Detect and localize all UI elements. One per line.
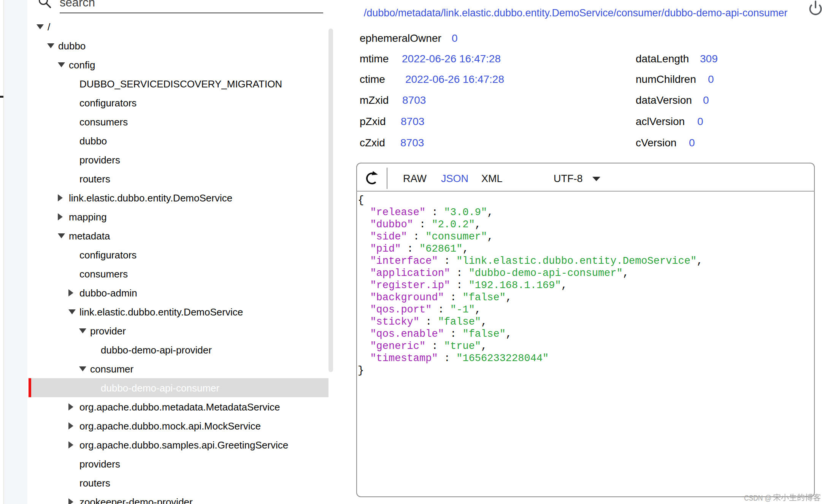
- tree-node-routers[interactable]: routers: [29, 473, 328, 492]
- tree-node-link.elastic.dubbo.entity.DemoService[interactable]: link.elastic.dubbo.entity.DemoService: [29, 302, 328, 321]
- stat-value-cVersion: 0: [689, 137, 695, 149]
- stat-label-numChildren: numChildren: [636, 73, 696, 86]
- tab-raw[interactable]: RAW: [403, 172, 427, 185]
- stat-value-mtime: 2022-06-26 16:47:28: [402, 53, 501, 65]
- search-underline: [60, 13, 323, 13]
- search-input[interactable]: [60, 0, 323, 12]
- arrow-collapsed-icon[interactable]: [58, 207, 69, 226]
- tree-node-dubbo-admin[interactable]: dubbo-admin: [29, 283, 328, 302]
- tree-node-label: consumer: [90, 360, 133, 379]
- tree-node-label: provider: [90, 322, 126, 341]
- tree-node-consumer[interactable]: consumer: [29, 359, 328, 378]
- arrow-expanded-icon[interactable]: [68, 302, 80, 321]
- tree-node-[interactable]: /: [29, 17, 328, 36]
- prettyzoo-window: {"app":{"name":"PrettyZoo zookeeper node…: [0, 0, 822, 504]
- json-code-line: "interface" : "link.elastic.dubbo.entity…: [358, 255, 812, 267]
- tree-node-consumers[interactable]: consumers: [29, 264, 328, 283]
- tree-scrollbar[interactable]: [328, 29, 333, 372]
- stat-label-aclVersion: aclVersion: [636, 116, 685, 128]
- arrow-expanded-icon[interactable]: [79, 321, 90, 340]
- tree-node-label: consumers: [79, 113, 128, 132]
- tree-node-label: dubbo: [58, 36, 86, 55]
- watermark-prefix: CSDN @: [744, 493, 771, 502]
- refresh-button[interactable]: [365, 168, 380, 188]
- tree-node-label: org.apache.dubbo.mock.api.MockService: [79, 417, 261, 436]
- disconnect-button[interactable]: [807, 0, 822, 17]
- charset-select[interactable]: UTF-8: [554, 172, 583, 185]
- tab-json[interactable]: JSON: [441, 172, 468, 185]
- tree-node-zookeeper-demo-provider[interactable]: zookeeper-demo-provider: [29, 492, 328, 504]
- viewer-header-divider: [356, 191, 815, 192]
- tree-node-org.apache.dubbo.metadata.MetadataService[interactable]: org.apache.dubbo.metadata.MetadataServic…: [29, 397, 328, 416]
- tree-node-label: zookeeper-demo-provider: [79, 493, 193, 504]
- json-code-line: "timestamp" : "1656233228044": [358, 352, 812, 365]
- tree-node-mapping[interactable]: mapping: [29, 207, 328, 226]
- node-data-json[interactable]: { "release" : "3.0.9", "dubbo" : "2.0.2"…: [358, 194, 812, 377]
- tree-node-link.elastic.dubbo.entity.DemoService[interactable]: link.elastic.dubbo.entity.DemoService: [29, 188, 328, 207]
- tree-node-dubbo[interactable]: dubbo: [29, 36, 328, 55]
- tree-node-label: link.elastic.dubbo.entity.DemoService: [79, 303, 243, 322]
- tree-node-config[interactable]: config: [29, 55, 328, 74]
- stat-value-ctime: 2022-06-26 16:47:28: [405, 73, 504, 86]
- tree-node-org.apache.dubbo.mock.api.MockService[interactable]: org.apache.dubbo.mock.api.MockService: [29, 416, 328, 435]
- arrow-expanded-icon[interactable]: [79, 359, 90, 378]
- json-code-line: "pid" : "62861",: [358, 243, 812, 255]
- tree-node-label: dubbo: [79, 132, 107, 151]
- tree-node-DUBBO_SERVICEDISCOVERY_MIGRATION[interactable]: DUBBO_SERVICEDISCOVERY_MIGRATION: [29, 74, 328, 93]
- json-code-line: "application" : "dubbo-demo-api-consumer…: [358, 267, 812, 279]
- tree-node-label: config: [69, 55, 95, 74]
- tree-node-label: dubbo-demo-api-consumer: [101, 379, 219, 398]
- tree-node-label: /: [48, 17, 50, 36]
- arrow-collapsed-icon[interactable]: [68, 416, 80, 435]
- tree-node-providers[interactable]: providers: [29, 454, 328, 473]
- csdn-watermark: CSDN @: [743, 490, 822, 504]
- arrow-collapsed-icon[interactable]: [68, 435, 80, 454]
- tree-node-label: configurators: [79, 94, 136, 113]
- zk-node-tree: /dubboconfigDUBBO_SERVICEDISCOVERY_MIGRA…: [29, 17, 328, 504]
- tree-node-label: configurators: [79, 246, 136, 265]
- tree-node-configurators[interactable]: configurators: [29, 93, 328, 112]
- refresh-icon: [365, 168, 380, 188]
- json-code-line: "background" : "false",: [358, 292, 812, 304]
- json-code-line: }: [358, 365, 812, 377]
- tree-node-providers[interactable]: providers: [29, 150, 328, 169]
- arrow-collapsed-icon[interactable]: [68, 492, 80, 504]
- arrow-collapsed-icon[interactable]: [68, 397, 80, 416]
- tab-xml[interactable]: XML: [481, 172, 503, 185]
- tree-node-provider[interactable]: provider: [29, 321, 328, 340]
- tree-node-label: providers: [79, 455, 120, 474]
- arrow-expanded-icon[interactable]: [58, 226, 69, 245]
- stat-value-pZxid: 8703: [401, 116, 424, 128]
- chevron-down-icon[interactable]: [592, 176, 601, 181]
- json-code-line: "generic" : "true",: [358, 340, 812, 352]
- tree-node-label: routers: [79, 170, 110, 189]
- tree-node-label: providers: [79, 151, 120, 170]
- arrow-collapsed-icon[interactable]: [58, 188, 69, 207]
- tree-node-label: link.elastic.dubbo.entity.DemoService: [69, 189, 232, 208]
- tree-node-consumers[interactable]: consumers: [29, 112, 328, 131]
- tree-node-label: mapping: [69, 208, 107, 227]
- tree-node-routers[interactable]: routers: [29, 169, 328, 188]
- arrow-collapsed-icon[interactable]: [68, 283, 80, 302]
- stat-label-mtime: mtime: [360, 53, 389, 65]
- power-icon: [807, 0, 822, 17]
- tree-node-label: dubbo-admin: [79, 284, 137, 303]
- tree-node-label: org.apache.dubbo.samples.api.GreetingSer…: [79, 436, 288, 455]
- stat-label-mZxid: mZxid: [360, 94, 389, 106]
- tree-node-dubbo[interactable]: dubbo: [29, 131, 328, 150]
- tree-node-dubbo-demo-api-consumer[interactable]: dubbo-demo-api-consumer: [29, 378, 328, 397]
- tree-node-org.apache.dubbo.samples.api.GreetingService[interactable]: org.apache.dubbo.samples.api.GreetingSer…: [29, 435, 328, 454]
- tree-node-configurators[interactable]: configurators: [29, 245, 328, 264]
- arrow-expanded-icon[interactable]: [58, 55, 69, 74]
- tree-node-metadata[interactable]: metadata: [29, 226, 328, 245]
- stat-label-cVersion: cVersion: [636, 137, 676, 149]
- tree-node-label: org.apache.dubbo.metadata.MetadataServic…: [79, 398, 280, 417]
- tree-node-dubbo-demo-api-provider[interactable]: dubbo-demo-api-provider: [29, 340, 328, 359]
- tree-node-label: routers: [79, 474, 110, 493]
- arrow-expanded-icon[interactable]: [36, 17, 48, 36]
- arrow-expanded-icon[interactable]: [47, 36, 59, 55]
- json-code-line: "side" : "consumer",: [358, 231, 812, 243]
- json-code-line: "qos.enable" : "false",: [358, 328, 812, 340]
- node-path-breadcrumb[interactable]: /dubbo/metadata/link.elastic.dubbo.entit…: [336, 6, 815, 19]
- tree-node-label: consumers: [79, 265, 128, 284]
